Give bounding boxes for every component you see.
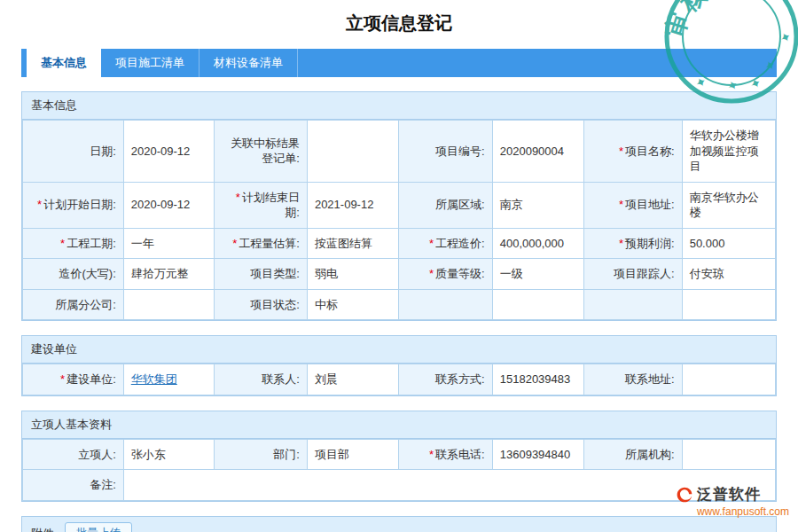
field-value	[682, 289, 775, 320]
field-value: 2020-09-12	[123, 182, 214, 228]
field-value: 400,000,000	[492, 228, 584, 259]
field-label: 所属机构:	[584, 439, 682, 470]
basic-info-table: 日期:2020-09-12关联中标结果登记单:项目编号:2020090004*项…	[22, 120, 776, 320]
required-asterisk: *	[619, 145, 623, 158]
form-row: 造价(大写):肆拾万元整项目类型:弱电*质量等级:一级项目跟踪人:付安琼	[23, 259, 776, 290]
field-label: *预期利润:	[584, 228, 682, 259]
field-value: 15182039483	[492, 364, 584, 395]
required-asterisk: *	[37, 198, 42, 211]
vendor-name: 泛普软件	[697, 484, 761, 505]
basic-info-section-title: 基本信息	[31, 98, 77, 113]
required-asterisk: *	[429, 237, 434, 250]
field-value	[123, 289, 214, 320]
form-row: 日期:2020-09-12关联中标结果登记单:项目编号:2020090004*项…	[23, 121, 776, 183]
attachment-section-title: 附件	[31, 526, 54, 532]
construction-unit-table: *建设单位:华软集团联系人:刘晨联系方式:15182039483联系地址:	[22, 364, 776, 395]
construction-unit-section: 建设单位 *建设单位:华软集团联系人:刘晨联系方式:15182039483联系地…	[21, 335, 777, 396]
field-value: 肆拾万元整	[123, 259, 214, 290]
tab-construction-list[interactable]: 项目施工清单	[101, 49, 200, 77]
field-value: 2021-09-12	[307, 182, 399, 228]
required-asterisk: *	[60, 372, 65, 386]
field-value	[682, 364, 775, 395]
field-value: 一级	[492, 259, 584, 290]
field-value: 13609394840	[492, 439, 584, 470]
attachment-section: 附件 批量上传 文件名称 文件大小 上传人 上传时间	[21, 516, 777, 532]
field-label: *工程工期:	[23, 228, 124, 259]
required-asterisk: *	[60, 237, 65, 250]
field-label: 部门:	[214, 439, 307, 470]
initiator-section-header: 立项人基本资料	[22, 411, 776, 439]
field-value: 2020-09-12	[123, 121, 214, 183]
required-asterisk: *	[429, 448, 434, 461]
field-label: 关联中标结果登记单:	[214, 121, 307, 183]
field-label: 联系人:	[214, 364, 307, 395]
attachment-section-header: 附件 批量上传	[22, 517, 776, 532]
basic-info-section-header: 基本信息	[22, 92, 776, 120]
field-label: *项目地址:	[584, 182, 682, 228]
field-value: 一年	[123, 228, 214, 259]
field-value: 刘晨	[307, 364, 399, 395]
field-label: *联系电话:	[399, 439, 492, 470]
field-label: 立项人:	[23, 439, 124, 470]
field-value: 2020090004	[492, 121, 584, 183]
field-value: 中标	[307, 289, 399, 320]
tab-material-equipment-list[interactable]: 材料设备清单	[200, 49, 298, 77]
field-value	[492, 289, 584, 320]
batch-upload-button[interactable]: 批量上传	[65, 522, 132, 532]
field-value: 按蓝图结算	[307, 228, 399, 259]
required-asterisk: *	[619, 237, 623, 250]
field-label: 所属区域:	[399, 182, 492, 228]
field-value: 50.000	[682, 228, 775, 259]
basic-info-section: 基本信息 日期:2020-09-12关联中标结果登记单:项目编号:2020090…	[21, 91, 777, 321]
field-label: 造价(大写):	[23, 259, 124, 290]
tab-bar: 基本信息 项目施工清单 材料设备清单	[21, 49, 777, 77]
form-row: *工程工期:一年*工程量估算:按蓝图结算*工程造价:400,000,000*预期…	[23, 228, 776, 259]
field-label: 项目状态:	[214, 289, 307, 320]
initiator-table: 立项人:张小东部门:项目部*联系电话:13609394840所属机构:备注:	[22, 439, 776, 501]
construction-unit-section-title: 建设单位	[31, 341, 77, 357]
page-title: 立项信息登记	[0, 0, 798, 49]
field-value: 项目部	[307, 439, 399, 470]
construction-unit-section-header: 建设单位	[22, 336, 776, 364]
field-label: 联系方式:	[399, 364, 492, 395]
field-label: 备注:	[23, 470, 124, 501]
form-row: 所属分公司:项目状态:中标	[23, 289, 776, 320]
field-value: 张小东	[123, 439, 214, 470]
field-label: 项目跟踪人:	[584, 259, 682, 290]
required-asterisk: *	[236, 191, 240, 204]
field-label: 联系地址:	[584, 364, 682, 395]
field-value	[307, 121, 399, 183]
form-row: 立项人:张小东部门:项目部*联系电话:13609394840所属机构:	[23, 439, 776, 470]
field-label: *计划开始日期:	[23, 182, 124, 228]
field-label	[399, 289, 492, 320]
field-value: 弱电	[307, 259, 399, 290]
form-row: 备注:	[23, 470, 776, 501]
form-row: *建设单位:华软集团联系人:刘晨联系方式:15182039483联系地址:	[23, 364, 776, 395]
tab-basic-info[interactable]: 基本信息	[27, 49, 101, 77]
form-row: *计划开始日期:2020-09-12*计划结束日期:2021-09-12所属区域…	[23, 182, 776, 228]
field-label: *质量等级:	[399, 259, 492, 290]
field-value: 华软集团	[123, 364, 214, 395]
field-label: 日期:	[23, 121, 124, 183]
field-label: *项目名称:	[584, 121, 682, 183]
field-label	[584, 289, 682, 320]
field-value: 南京华软办公楼	[682, 182, 775, 228]
required-asterisk: *	[429, 267, 434, 280]
field-value: 南京	[492, 182, 584, 228]
field-label: *建设单位:	[23, 364, 124, 395]
field-value: 华软办公楼增加视频监控项目	[682, 121, 775, 183]
vendor-logo: 泛普软件 www.fanpusoft.com	[676, 484, 789, 518]
field-label: *工程量估算:	[214, 228, 307, 259]
field-label: 所属分公司:	[23, 289, 124, 320]
vendor-logo-icon	[676, 486, 693, 504]
field-label: *计划结束日期:	[214, 182, 307, 228]
field-value-link[interactable]: 华软集团	[131, 372, 177, 386]
vendor-url: www.fanpusoft.com	[676, 505, 789, 518]
initiator-section-title: 立项人基本资料	[31, 417, 112, 433]
initiator-section: 立项人基本资料 立项人:张小东部门:项目部*联系电话:13609394840所属…	[21, 411, 777, 502]
field-value: 付安琼	[682, 259, 775, 290]
field-label: 项目编号:	[399, 121, 492, 183]
required-asterisk: *	[619, 198, 623, 211]
field-label: *工程造价:	[399, 228, 492, 259]
field-label: 项目类型:	[214, 259, 307, 290]
